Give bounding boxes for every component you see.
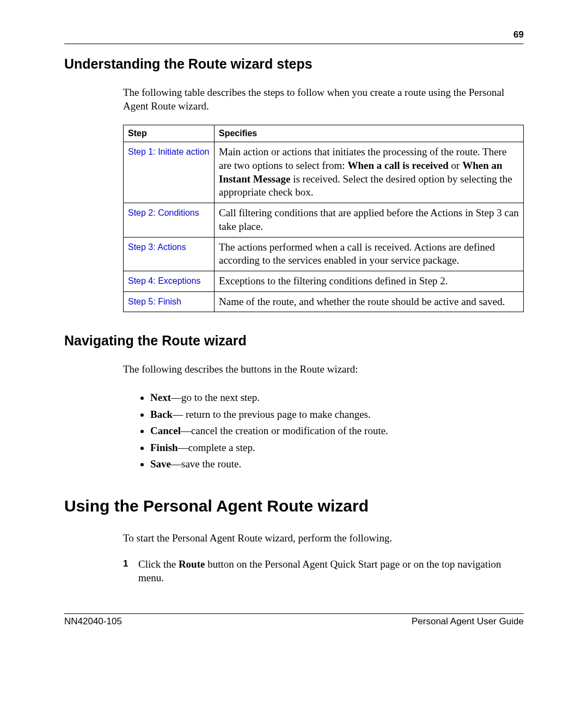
table-row: Step 1: Initiate action Main action or a… (124, 142, 524, 203)
footer-doc-id: NN42040-105 (64, 616, 122, 627)
section-heading-understanding: Understanding the Route wizard steps (64, 56, 524, 72)
list-item: Save—save the route. (150, 457, 524, 472)
step-text: Click the Route button on the Personal A… (138, 557, 524, 585)
page-number: 69 (64, 29, 524, 40)
footer-doc-title: Personal Agent User Guide (412, 616, 524, 627)
section3-intro: To start the Personal Agent Route wizard… (123, 532, 524, 545)
buttons-list: Next—go to the next step. Back— return t… (123, 391, 524, 472)
step-spec: Exceptions to the filtering conditions d… (215, 271, 524, 291)
section-heading-using: Using the Personal Agent Route wizard (64, 497, 524, 515)
table-row: Step 5: Finish Name of the route, and wh… (124, 291, 524, 312)
step-link[interactable]: Step 3: Actions (128, 242, 186, 252)
step-spec: The actions performed when a call is rec… (215, 237, 524, 271)
step-link[interactable]: Step 1: Initiate action (128, 147, 209, 156)
list-item: Back— return to the previous page to mak… (150, 407, 524, 422)
step-spec: Call filtering conditions that are appli… (215, 203, 524, 237)
numbered-steps: 1 Click the Route button on the Personal… (123, 557, 524, 585)
table-row: Step 3: Actions The actions performed wh… (124, 237, 524, 271)
th-spec: Specifies (215, 125, 524, 142)
list-item: Finish—complete a step. (150, 441, 524, 455)
section-heading-navigating: Navigating the Route wizard (64, 333, 524, 349)
step-spec: Name of the route, and whether the route… (215, 291, 524, 312)
footer: NN42040-105 Personal Agent User Guide (64, 613, 524, 627)
step-spec: Main action or actions that initiates th… (215, 142, 524, 203)
list-item: Next—go to the next step. (150, 391, 524, 405)
step-link[interactable]: Step 5: Finish (128, 297, 181, 306)
section2-intro: The following describes the buttons in t… (123, 363, 524, 376)
steps-table: Step Specifies Step 1: Initiate action M… (123, 125, 524, 312)
table-row: Step 4: Exceptions Exceptions to the fil… (124, 271, 524, 291)
section1-intro: The following table describes the steps … (123, 86, 524, 113)
table-row: Step 2: Conditions Call filtering condit… (124, 203, 524, 237)
list-item: Cancel—cancel the creation or modificati… (150, 424, 524, 439)
numbered-step: 1 Click the Route button on the Personal… (123, 557, 524, 585)
step-link[interactable]: Step 2: Conditions (128, 208, 199, 217)
th-step: Step (124, 125, 215, 142)
footer-rule (64, 613, 524, 614)
top-rule (64, 44, 524, 44)
step-link[interactable]: Step 4: Exceptions (128, 276, 200, 285)
step-number: 1 (123, 557, 138, 569)
